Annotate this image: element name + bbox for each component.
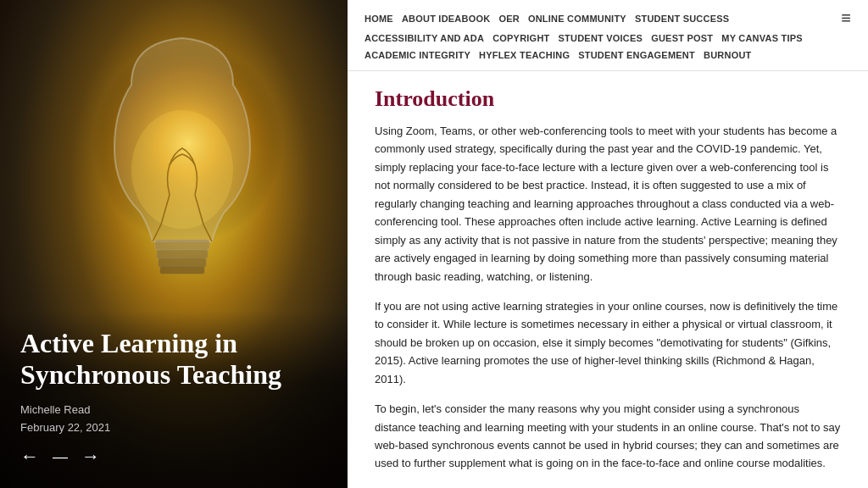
paragraph-3: To begin, let's consider the many reason… xyxy=(375,400,841,473)
article-title: Active Learning in Synchronous Teaching xyxy=(20,328,327,391)
svg-point-1 xyxy=(131,110,233,229)
next-arrow[interactable]: → xyxy=(81,446,100,468)
paragraph-1: Using Zoom, Teams, or other web-conferen… xyxy=(375,122,841,286)
nav-row-2: ACCESSIBILITY AND ADA COPYRIGHT STUDENT … xyxy=(364,31,851,45)
author-info: Michelle Read February 22, 2021 xyxy=(20,402,327,437)
nav-row-3: ACADEMIC INTEGRITY HYFLEX TEACHING STUDE… xyxy=(364,48,851,62)
nav-hyflex[interactable]: HYFLEX TEACHING xyxy=(479,48,578,62)
nav-copyright[interactable]: COPYRIGHT xyxy=(492,31,558,45)
nav-about[interactable]: ABOUT IDEABOOK xyxy=(402,12,499,25)
nav-student-success[interactable]: STUDENT SUCCESS xyxy=(635,12,737,25)
left-text-overlay: Active Learning in Synchronous Teaching … xyxy=(0,311,348,488)
nav-row-1: HOME ABOUT IDEABOOK OER ONLINE COMMUNITY… xyxy=(364,8,851,28)
nav-student-voices[interactable]: STUDENT VOICES xyxy=(559,31,652,45)
hamburger-menu[interactable]: ≡ xyxy=(832,8,851,28)
svg-rect-8 xyxy=(155,240,209,250)
slide-navigation[interactable]: ← — → xyxy=(20,446,327,468)
left-panel: Active Learning in Synchronous Teaching … xyxy=(0,0,348,488)
svg-rect-11 xyxy=(160,267,204,274)
nav-home[interactable]: HOME xyxy=(364,12,402,25)
arrow-divider: — xyxy=(53,448,68,466)
right-panel: HOME ABOUT IDEABOOK OER ONLINE COMMUNITY… xyxy=(348,0,868,488)
intro-heading: Introduction xyxy=(375,86,841,112)
nav-accessibility[interactable]: ACCESSIBILITY AND ADA xyxy=(364,31,492,45)
author-name: Michelle Read xyxy=(20,402,327,419)
nav-canvas-tips[interactable]: MY CANVAS TIPS xyxy=(721,31,811,45)
nav-oer[interactable]: OER xyxy=(498,12,528,25)
nav-online-community[interactable]: ONLINE COMMUNITY xyxy=(528,12,635,25)
nav-burnout[interactable]: BURNOUT xyxy=(704,48,760,62)
article-date: February 22, 2021 xyxy=(20,419,327,437)
content-area: Introduction Using Zoom, Teams, or other… xyxy=(348,71,868,488)
prev-arrow[interactable]: ← xyxy=(20,446,39,468)
nav-guest-post[interactable]: GUEST POST xyxy=(651,31,721,45)
svg-rect-10 xyxy=(159,258,206,267)
nav-academic-integrity[interactable]: ACADEMIC INTEGRITY xyxy=(364,48,479,62)
svg-rect-9 xyxy=(157,250,208,258)
navigation-bar: HOME ABOUT IDEABOOK OER ONLINE COMMUNITY… xyxy=(348,0,868,71)
paragraph-2: If you are not using active learning str… xyxy=(375,297,841,388)
nav-student-engagement[interactable]: STUDENT ENGAGEMENT xyxy=(578,48,704,62)
